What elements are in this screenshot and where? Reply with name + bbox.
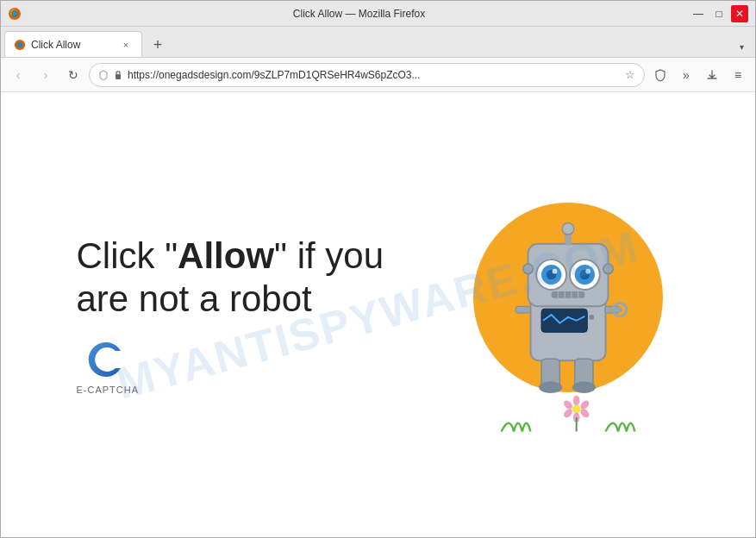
svg-point-37 <box>578 407 590 419</box>
svg-point-32 <box>522 264 533 274</box>
close-button[interactable]: ✕ <box>731 5 748 22</box>
shield-icon <box>653 68 667 82</box>
url-text: https://onegadsdesign.com/9sZLP7mD1QRSeH… <box>128 69 620 81</box>
svg-point-15 <box>572 381 595 393</box>
svg-point-35 <box>572 396 579 406</box>
heading-part1: Click " <box>77 235 178 276</box>
forward-button[interactable]: › <box>34 63 58 87</box>
active-tab[interactable]: Click Allow × <box>4 31 142 57</box>
download-icon <box>706 69 718 81</box>
extensions-button[interactable]: » <box>674 63 698 87</box>
svg-point-34 <box>572 405 580 414</box>
toolbar-right-buttons: » ≡ <box>648 63 750 87</box>
text-section: Click "Allow" if you are not a robot <box>77 235 422 396</box>
ecaptcha-logo: E-CAPTCHA <box>77 338 140 395</box>
svg-rect-4 <box>116 74 121 79</box>
svg-point-33 <box>603 264 613 274</box>
url-bar[interactable]: https://onegadsdesign.com/9sZLP7mD1QRSeH… <box>89 63 645 87</box>
svg-point-14 <box>539 381 562 393</box>
tab-close-button[interactable]: × <box>119 38 133 52</box>
back-button[interactable]: ‹ <box>6 63 30 87</box>
heading-allow: Allow <box>178 235 274 276</box>
tab-dropdown-button[interactable]: ▾ <box>731 36 752 57</box>
page-main: Click "Allow" if you are not a robot <box>1 92 755 537</box>
page-content-area: MYANTISPYWARE.COM Click "Allow" if you a… <box>1 92 755 537</box>
svg-point-26 <box>585 269 590 274</box>
svg-point-39 <box>562 407 574 419</box>
bookmark-star[interactable]: ☆ <box>625 68 635 81</box>
connection-icon <box>98 70 109 80</box>
firefox-icon <box>8 7 22 21</box>
svg-point-1 <box>11 10 18 17</box>
ecaptcha-label: E-CAPTCHA <box>77 385 140 395</box>
tab-label: Click Allow <box>31 39 114 51</box>
svg-point-40 <box>562 399 574 411</box>
maximize-button[interactable]: □ <box>710 5 728 22</box>
svg-point-22 <box>552 269 557 274</box>
window-title: Click Allow — Mozilla Firefox <box>28 8 690 20</box>
download-button[interactable] <box>700 63 724 87</box>
window-controls: — □ ✕ <box>690 5 748 22</box>
captcha-section: E-CAPTCHA <box>77 338 422 395</box>
robot-svg <box>465 185 672 444</box>
robot-illustration <box>456 177 680 453</box>
svg-rect-27 <box>551 291 584 298</box>
titlebar: Click Allow — Mozilla Firefox — □ ✕ <box>1 1 755 27</box>
svg-point-7 <box>589 315 594 320</box>
menu-button[interactable]: ≡ <box>726 63 750 87</box>
toolbar: ‹ › ↻ https://onegadsdesign.com/9sZLP7mD… <box>1 58 755 92</box>
svg-point-18 <box>562 223 574 235</box>
tab-favicon <box>14 39 26 51</box>
reload-button[interactable]: ↻ <box>61 63 85 87</box>
lock-icon <box>114 70 122 80</box>
tab-bar: Click Allow × + ▾ <box>1 27 755 58</box>
new-tab-button[interactable]: + <box>146 33 170 57</box>
svg-point-10 <box>617 307 622 312</box>
main-heading: Click "Allow" if you are not a robot <box>77 235 422 322</box>
minimize-button[interactable]: — <box>690 5 707 22</box>
svg-point-3 <box>17 41 23 47</box>
svg-rect-11 <box>515 306 530 313</box>
svg-point-36 <box>578 399 590 411</box>
shield-button[interactable] <box>648 63 672 87</box>
browser-window: Click Allow — Mozilla Firefox — □ ✕ Clic… <box>0 0 756 538</box>
ecaptcha-icon <box>86 338 129 381</box>
